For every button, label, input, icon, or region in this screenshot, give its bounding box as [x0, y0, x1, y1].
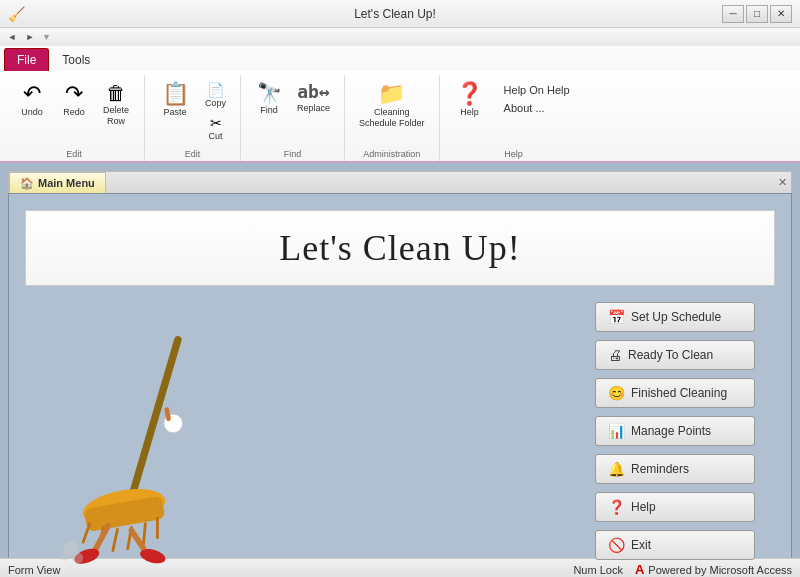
finished-cleaning-button[interactable]: 😊 Finished Cleaning — [595, 378, 755, 408]
manage-points-icon: 📊 — [608, 423, 625, 439]
svg-line-5 — [113, 529, 118, 550]
tab-tools[interactable]: Tools — [49, 48, 103, 71]
svg-line-14 — [167, 410, 169, 419]
delete-icon: 🗑 — [106, 83, 126, 103]
exit-icon: 🚫 — [608, 537, 625, 553]
powered-by-access: A Powered by Microsoft Access — [635, 562, 792, 577]
ready-to-clean-button[interactable]: 🖨 Ready To Clean — [595, 340, 755, 370]
status-right: Num Lock A Powered by Microsoft Access — [573, 562, 792, 577]
ready-to-clean-icon: 🖨 — [608, 347, 622, 363]
help-text-items: Help On Help About ... — [494, 79, 580, 119]
close-button[interactable]: ✕ — [770, 5, 792, 23]
app-title: Let's Clean Up! — [42, 227, 758, 269]
ribbon-tab-bar: File Tools — [0, 46, 800, 71]
ribbon-group-help: ❓ Help Help On Help About ... Help — [440, 75, 588, 161]
buttons-area: 📅 Set Up Schedule 🖨 Ready To Clean 😊 Fin… — [25, 302, 775, 577]
ribbon-group-edit: ↶ Undo ↷ Redo 🗑 DeleteRow Edit — [4, 75, 145, 161]
main-menu-tab[interactable]: 🏠 Main Menu — [9, 172, 106, 193]
action-buttons-list: 📅 Set Up Schedule 🖨 Ready To Clean 😊 Fin… — [595, 302, 775, 560]
app-title-box: Let's Clean Up! — [25, 210, 775, 286]
tab-file[interactable]: File — [4, 48, 49, 71]
ribbon-group-find: 🔭 Find ab↔ Replace Find — [241, 75, 345, 161]
svg-point-16 — [60, 552, 69, 561]
ribbon-content: ↶ Undo ↷ Redo 🗑 DeleteRow Edit 📋 Paste — [0, 71, 800, 161]
powered-by-label: Powered by Microsoft Access — [648, 564, 792, 576]
panel-close-button[interactable]: ✕ — [778, 176, 787, 189]
finished-cleaning-label: Finished Cleaning — [631, 386, 727, 400]
title-bar: 🧹 Let's Clean Up! ─ □ ✕ — [0, 0, 800, 28]
copy-icon: 📄 — [207, 82, 224, 98]
cut-icon: ✂ — [210, 115, 222, 131]
broom-illustration — [25, 302, 275, 577]
finished-cleaning-icon: 😊 — [608, 385, 625, 401]
main-area: 🏠 Main Menu ✕ Let's Clean Up! — [0, 163, 800, 558]
help-main-button[interactable]: ❓ Help — [448, 79, 492, 122]
find-icon: 🔭 — [257, 83, 282, 103]
quick-access-toolbar: ◄ ► ▼ — [0, 28, 800, 46]
paste-button[interactable]: 📋 Paste — [153, 79, 197, 122]
help-label: Help — [631, 500, 656, 514]
back-button[interactable]: ◄ — [4, 30, 20, 44]
redo-icon: ↷ — [65, 83, 83, 105]
exit-button[interactable]: 🚫 Exit — [595, 530, 755, 560]
ribbon-group-clipboard: 📋 Paste 📄 Copy ✂ Cut Edit — [145, 75, 241, 161]
delete-row-button[interactable]: 🗑 DeleteRow — [96, 79, 136, 131]
forward-button[interactable]: ► — [22, 30, 38, 44]
broom-svg — [50, 312, 250, 572]
manage-points-button[interactable]: 📊 Manage Points — [595, 416, 755, 446]
folder-icon: 📁 — [378, 83, 405, 105]
window-controls: ─ □ ✕ — [722, 5, 792, 23]
reminders-button[interactable]: 🔔 Reminders — [595, 454, 755, 484]
help-btn-icon: ❓ — [608, 499, 625, 515]
help-on-help-item[interactable]: Help On Help — [502, 83, 572, 97]
manage-points-label: Manage Points — [631, 424, 711, 438]
svg-point-17 — [72, 553, 83, 564]
copy-button[interactable]: 📄 Copy — [199, 79, 232, 111]
reminders-icon: 🔔 — [608, 461, 625, 477]
minimize-button[interactable]: ─ — [722, 5, 744, 23]
cut-button[interactable]: ✂ Cut — [199, 112, 232, 144]
access-logo: A — [635, 562, 644, 577]
copy-cut-group: 📄 Copy ✂ Cut — [199, 79, 232, 144]
exit-label: Exit — [631, 538, 651, 552]
panel-tab-label: Main Menu — [38, 177, 95, 189]
set-up-schedule-button[interactable]: 📅 Set Up Schedule — [595, 302, 755, 332]
ready-to-clean-label: Ready To Clean — [628, 348, 713, 362]
replace-button[interactable]: ab↔ Replace — [291, 79, 336, 118]
panel-tab-bar: 🏠 Main Menu ✕ — [8, 171, 792, 193]
set-up-schedule-label: Set Up Schedule — [631, 310, 721, 324]
ribbon-group-administration: 📁 CleaningSchedule Folder Administration — [345, 75, 440, 161]
find-button[interactable]: 🔭 Find — [249, 79, 289, 120]
help-icon: ❓ — [456, 83, 483, 105]
undo-icon: ↶ — [23, 83, 41, 105]
paste-icon: 📋 — [162, 83, 189, 105]
status-form-view: Form View — [8, 564, 573, 576]
svg-line-3 — [83, 524, 90, 543]
ribbon: File Tools ↶ Undo ↷ Redo 🗑 DeleteRow Edi… — [0, 46, 800, 163]
num-lock-status: Num Lock — [573, 564, 623, 576]
window-title: Let's Clean Up! — [68, 7, 722, 21]
replace-icon: ab↔ — [297, 83, 330, 101]
panel-tab-icon: 🏠 — [20, 177, 34, 190]
help-button[interactable]: ❓ Help — [595, 492, 755, 522]
dropdown-arrow[interactable]: ▼ — [42, 32, 51, 42]
about-item[interactable]: About ... — [502, 101, 572, 115]
redo-button[interactable]: ↷ Redo — [54, 79, 94, 122]
cleaning-schedule-button[interactable]: 📁 CleaningSchedule Folder — [353, 79, 431, 133]
content-panel: Let's Clean Up! — [8, 193, 792, 572]
reminders-label: Reminders — [631, 462, 689, 476]
set-up-schedule-icon: 📅 — [608, 309, 625, 325]
maximize-button[interactable]: □ — [746, 5, 768, 23]
undo-button[interactable]: ↶ Undo — [12, 79, 52, 122]
svg-line-7 — [144, 524, 146, 544]
